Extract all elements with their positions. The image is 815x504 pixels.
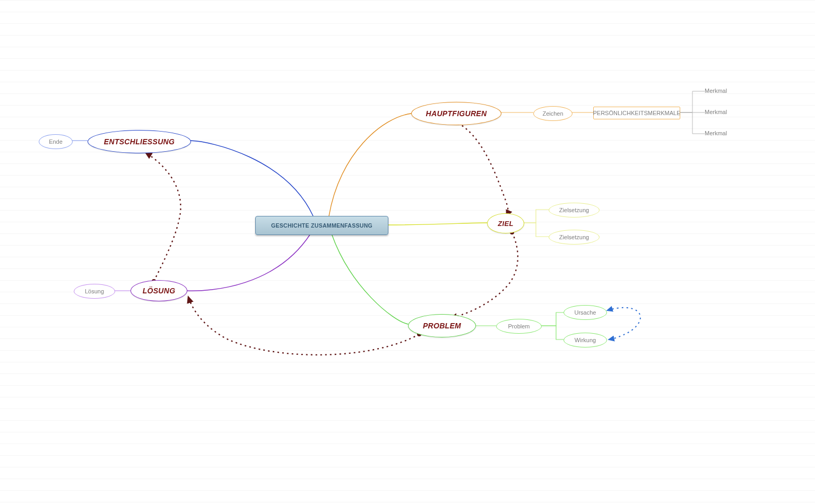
node-zielsetzung-2[interactable]: Zielsetzung	[549, 230, 600, 245]
mindmap-canvas[interactable]: GESCHICHTE ZUSAMMENFASSUNG HAUPTFIGUREN …	[0, 0, 815, 504]
central-topic[interactable]: GESCHICHTE ZUSAMMENFASSUNG	[255, 216, 388, 235]
node-problem-label: PROBLEM	[423, 321, 461, 330]
central-topic-label: GESCHICHTE ZUSAMMENFASSUNG	[271, 222, 372, 229]
node-zielsetzung-2-label: Zielsetzung	[559, 234, 589, 240]
node-ursache-label: Ursache	[575, 309, 596, 316]
node-problem-sub[interactable]: Problem	[496, 319, 542, 334]
node-zeichen-label: Zeichen	[542, 110, 563, 117]
node-entschliessung[interactable]: ENTSCHLIESSUNG	[88, 130, 191, 153]
node-entschliessung-label: ENTSCHLIESSUNG	[104, 137, 175, 146]
node-loesung-sub[interactable]: Lösung	[74, 284, 115, 299]
node-hauptfiguren[interactable]: HAUPTFIGUREN	[411, 102, 501, 125]
node-problem-sub-label: Problem	[508, 323, 530, 329]
node-loesung-sub-label: Lösung	[85, 288, 104, 294]
node-loesung-label: LÖSUNG	[143, 286, 176, 295]
leaf-merkmal-3[interactable]: Merkmal	[705, 130, 727, 136]
leaf-merkmal-1[interactable]: Merkmal	[705, 88, 727, 94]
connectors-layer	[0, 0, 815, 504]
node-wirkung[interactable]: Wirkung	[563, 333, 607, 347]
leaf-merkmal-2[interactable]: Merkmal	[705, 109, 727, 115]
node-ende[interactable]: Ende	[39, 134, 73, 149]
node-merkmale[interactable]: PERSÖNLICHKEITSMERKMALE	[593, 107, 680, 119]
node-wirkung-label: Wirkung	[575, 337, 596, 343]
node-ziel-label: ZIEL	[498, 220, 513, 228]
node-zeichen[interactable]: Zeichen	[533, 106, 573, 121]
node-zielsetzung-1[interactable]: Zielsetzung	[549, 203, 600, 218]
node-ursache[interactable]: Ursache	[563, 305, 607, 320]
node-loesung[interactable]: LÖSUNG	[131, 280, 187, 301]
node-ziel[interactable]: ZIEL	[487, 213, 524, 233]
node-merkmale-label: PERSÖNLICHKEITSMERKMALE	[593, 110, 680, 116]
node-hauptfiguren-label: HAUPTFIGUREN	[426, 109, 487, 118]
node-problem[interactable]: PROBLEM	[408, 314, 476, 337]
node-ende-label: Ende	[49, 138, 63, 145]
node-zielsetzung-1-label: Zielsetzung	[559, 207, 589, 213]
